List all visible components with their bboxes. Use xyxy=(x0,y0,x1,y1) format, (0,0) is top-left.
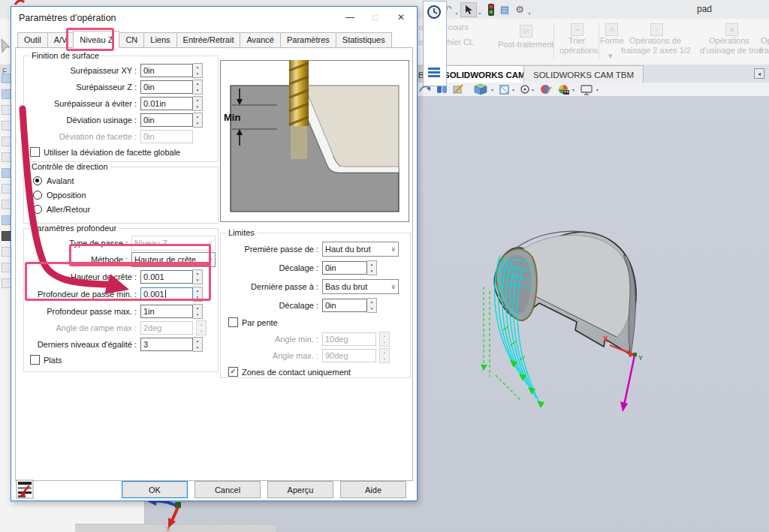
axis-x2-label: X xyxy=(166,525,170,532)
maximize-button[interactable]: □ xyxy=(363,8,388,26)
svg-text:▾: ▾ xyxy=(532,88,534,92)
par-pente-checkbox[interactable] xyxy=(228,317,238,327)
derniers-niveaux-spinner[interactable] xyxy=(193,337,203,352)
group-label: Paramètres profondeur xyxy=(29,224,119,233)
facette-globale-label: Utiliser la déviation de facette globale xyxy=(44,148,180,157)
dialog-button-row: OK Cancel Aperçu Aide xyxy=(11,481,411,498)
machined-part-3d[interactable]: X Y xyxy=(451,218,743,443)
hauteur-crete-input[interactable]: 0.001 xyxy=(140,270,193,284)
field-value: 2deg xyxy=(143,323,161,332)
ribbon-label-forme: Forme xyxy=(600,36,624,45)
select-cursor-icon[interactable] xyxy=(460,2,477,17)
cancel-button[interactable]: Cancel xyxy=(195,481,261,498)
hauteur-crete-spinner[interactable] xyxy=(193,269,203,284)
zones-contact-checkbox[interactable] xyxy=(228,367,238,377)
field-value: 0in xyxy=(143,83,155,92)
apercu-button[interactable]: Aperçu xyxy=(267,481,333,498)
derniere-passe-label: Dernière passe à : xyxy=(221,282,322,291)
tab-entree-retrait[interactable]: Entrée/Retrait xyxy=(176,32,241,48)
render-ball-icon xyxy=(559,85,569,95)
derniers-niveaux-input[interactable]: 3 xyxy=(140,338,193,351)
ok-button[interactable]: OK xyxy=(122,481,188,498)
field-value: 0in xyxy=(325,263,336,272)
radio-opposition[interactable] xyxy=(33,191,42,200)
traffic-light-glyph xyxy=(487,4,495,16)
aide-button[interactable]: Aide xyxy=(340,481,406,498)
ribbon-label-trou: Opérations xyxy=(709,36,749,45)
surepaisseur-z-spinner[interactable] xyxy=(193,80,203,95)
surepaisseur-xy-spinner[interactable] xyxy=(193,63,203,78)
post-process-icon: GT xyxy=(520,25,532,38)
close-button[interactable]: ✕ xyxy=(388,8,414,26)
plats-label: Plats xyxy=(44,356,62,365)
radio-avalant[interactable] xyxy=(33,176,42,185)
par-pente-label: Par pente xyxy=(242,318,278,327)
ribbon-label-post: Post-traitement xyxy=(498,40,554,49)
tab-statistiques[interactable]: Statistiques xyxy=(336,32,392,48)
profondeur-max-label: Profondeur passe max. : xyxy=(24,307,140,316)
svg-text:▾: ▾ xyxy=(512,88,514,92)
group-label: Finition de surface xyxy=(29,51,101,60)
monitor-icon xyxy=(581,86,592,95)
profondeur-max-spinner[interactable] xyxy=(193,304,203,319)
appearance-ball-icon xyxy=(541,85,551,94)
deviation-usinage-input[interactable]: 0in xyxy=(140,113,193,127)
surepaisseur-eviter-input[interactable]: 0.01in xyxy=(140,97,193,110)
decalage-1-label: Décalage : xyxy=(221,263,322,272)
tab-parametres[interactable]: Paramètres xyxy=(280,32,336,48)
surepaisseur-eviter-spinner[interactable] xyxy=(193,96,203,111)
undo-caret-icon[interactable]: ▾ xyxy=(454,6,460,20)
select-value: Haut du brut xyxy=(325,245,389,254)
deviation-facette-input: 0in xyxy=(140,130,193,143)
decalage-2-spinner[interactable] xyxy=(367,298,377,313)
axis-y-label: Y xyxy=(638,354,643,362)
facette-globale-checkbox[interactable] xyxy=(30,147,40,157)
svg-text:▾: ▾ xyxy=(572,88,574,92)
deviation-usinage-spinner[interactable] xyxy=(193,113,203,128)
preview-drawing: Min xyxy=(220,60,409,222)
type-passe-label: Type de passe : xyxy=(24,239,131,248)
tab-outil[interactable]: Outil xyxy=(17,32,48,48)
gear-icon[interactable]: ⚙ xyxy=(513,2,526,16)
decalage-1-input[interactable]: 0in xyxy=(322,261,367,275)
edit-definition-icon xyxy=(454,85,463,93)
premiere-passe-select[interactable]: Haut du brut∨ xyxy=(322,242,399,257)
group-label: Limites xyxy=(226,228,257,237)
field-value: 1in xyxy=(143,307,155,316)
gear-caret-icon[interactable]: ▾ xyxy=(526,6,532,20)
methode-select[interactable]: Hauteur de crête∨ xyxy=(131,252,216,267)
collapse-pane-icon[interactable]: ◂ xyxy=(754,68,764,79)
ribbon-label-trier: Trier xyxy=(568,36,585,45)
decalage-1-spinner[interactable] xyxy=(367,260,377,275)
tab-niveau-z[interactable]: Niveau Z xyxy=(73,31,119,48)
hole-machining-icon: ⋓ xyxy=(725,23,738,36)
tab-solidworks-cam[interactable]: SOLIDWORKS CAM xyxy=(434,65,535,83)
surepaisseur-z-input[interactable]: 0in xyxy=(140,80,193,94)
tab-cn[interactable]: CN xyxy=(119,32,144,48)
select-value: Niveau Z xyxy=(134,239,206,248)
decalage-2-label: Décalage : xyxy=(221,301,322,310)
tab-solidworks-cam-tbm[interactable]: SOLIDWORKS CAM TBM xyxy=(523,65,644,83)
ribbon-label-trier-2: opérations xyxy=(559,46,598,55)
decalage-2-input[interactable]: 0in xyxy=(322,299,367,312)
hauteur-crete-label: Hauteur de crête : xyxy=(24,272,140,281)
profondeur-min-spinner[interactable] xyxy=(193,287,203,302)
options-list-icon[interactable]: ▤ xyxy=(498,2,511,16)
minimize-button[interactable]: — xyxy=(337,8,363,26)
cursor-caret-icon[interactable]: ▾ xyxy=(477,6,483,20)
derniere-passe-select[interactable]: Bas du brut∨ xyxy=(322,279,399,294)
radio-aller-retour[interactable] xyxy=(33,205,42,214)
tab-av[interactable]: A/V xyxy=(47,32,74,48)
plats-checkbox[interactable] xyxy=(30,355,40,365)
window-controls: — □ ✕ xyxy=(337,8,414,26)
tab-liens[interactable]: Liens xyxy=(143,32,176,48)
ribbon-separator xyxy=(553,23,554,60)
view-toolbar-icons[interactable]: ▾ ▾ ▾ ▾ ▾ xyxy=(418,83,628,96)
tab-avance[interactable]: Avancé xyxy=(240,32,281,48)
ribbon-label-cut: Op xyxy=(761,36,769,45)
profondeur-min-input[interactable]: 0.001 xyxy=(140,287,193,301)
traffic-light-icon[interactable] xyxy=(487,4,495,16)
profondeur-max-input[interactable]: 1in xyxy=(140,305,193,318)
surepaisseur-xy-input[interactable]: 0in xyxy=(140,64,193,77)
angle-rampe-spinner xyxy=(196,320,207,335)
